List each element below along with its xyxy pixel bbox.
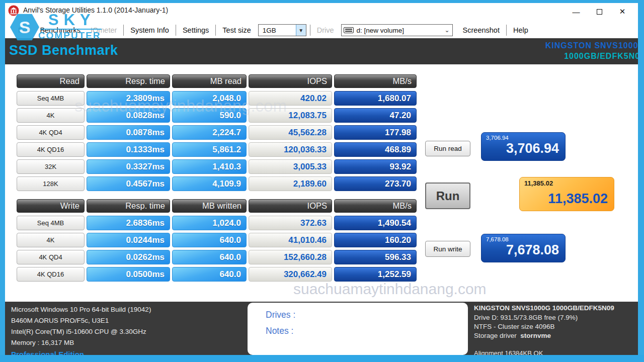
run-button[interactable]: Run bbox=[425, 183, 470, 209]
write-score-box: 7,678.08 7,678.08 bbox=[481, 234, 566, 262]
read-score-value: 3,706.94 bbox=[506, 141, 559, 156]
menu-settings[interactable]: Settings bbox=[178, 24, 214, 36]
window-border-bottom bbox=[0, 355, 644, 362]
table-row: 4K QD4 0.0262ms 640.0 152,660.28 596.33 bbox=[17, 250, 419, 264]
menu-benchmarks[interactable]: Benchmarks bbox=[35, 24, 86, 36]
mb-read-value: 4,109.9 bbox=[172, 176, 247, 191]
app-window: Anvil's Storage Utilities 1.1.0 (2014-Ja… bbox=[0, 0, 644, 362]
write-row-button[interactable]: Seq 4MB bbox=[17, 216, 85, 230]
resp-time-value: 0.0500ms bbox=[87, 267, 170, 282]
footer-device-title: KINGSTON SNVS1000G 1000GB/EDFK5N09 bbox=[474, 304, 614, 312]
notes-label: Notes : bbox=[266, 326, 293, 336]
drives-label: Drives : bbox=[266, 310, 295, 320]
menu-file[interactable]: File bbox=[13, 24, 35, 36]
mbs-value: 93.92 bbox=[334, 159, 417, 174]
footer-filesystem: NTFS - Cluster size 4096B bbox=[474, 323, 555, 330]
iops-value: 320,662.49 bbox=[249, 267, 332, 282]
watermark-url: suachuamaytinhdanang.com bbox=[293, 281, 487, 298]
read-row-button[interactable]: 4K QD4 bbox=[17, 125, 85, 140]
read-score-small: 3,706.94 bbox=[486, 135, 509, 141]
write-row-button[interactable]: 4K QD4 bbox=[17, 250, 85, 264]
chevron-down-icon[interactable]: ▼ bbox=[296, 25, 306, 36]
os-info: Microsoft Windows 10 Pro 64-bit Build (1… bbox=[11, 306, 151, 313]
mb-read-value: 5,861.2 bbox=[172, 142, 247, 157]
chevron-down-icon[interactable]: ⌄ bbox=[442, 25, 452, 36]
mb-written-value: 640.0 bbox=[172, 267, 247, 282]
test-size-value: 1GB bbox=[259, 25, 296, 36]
run-read-button[interactable]: Run read bbox=[425, 141, 470, 156]
write-header: Write bbox=[17, 199, 85, 213]
read-row-button[interactable]: 32K bbox=[17, 159, 85, 174]
menu-help[interactable]: Help bbox=[508, 24, 533, 36]
write-row-button[interactable]: 4K QD16 bbox=[17, 267, 85, 282]
window-border-top bbox=[0, 0, 644, 3]
table-row: 4K QD16 0.1333ms 5,861.2 120,036.33 468.… bbox=[17, 142, 419, 157]
resp-time-value: 0.0262ms bbox=[87, 250, 170, 264]
device-capacity-firmware: 1000GB/EDFK5N09 bbox=[545, 51, 644, 61]
menu-screenshot[interactable]: Screenshot bbox=[458, 24, 505, 36]
menu-system-info[interactable]: System Info bbox=[125, 24, 174, 36]
app-icon bbox=[8, 5, 19, 16]
resp-time-value: 0.0878ms bbox=[87, 125, 170, 140]
total-score-small: 11,385.02 bbox=[524, 179, 553, 187]
mb-written-value: 640.0 bbox=[172, 233, 247, 247]
resp-time-value: 2.6836ms bbox=[87, 216, 170, 230]
test-size-select[interactable]: 1GB ▼ bbox=[258, 24, 306, 36]
resp-time-value: 2.3809ms bbox=[87, 91, 170, 106]
total-score-value: 11,385.02 bbox=[548, 191, 608, 207]
resp-time-header: Resp. time bbox=[87, 199, 170, 213]
table-row: 4K QD4 0.0878ms 2,224.7 45,562.28 177.98 bbox=[17, 125, 419, 140]
notes-panel[interactable]: Drives : Notes : bbox=[248, 303, 468, 355]
read-row-button[interactable]: 128K bbox=[17, 176, 85, 191]
write-row-button[interactable]: 4K bbox=[17, 233, 85, 247]
mbs-value: 160.20 bbox=[334, 233, 417, 247]
resp-time-value: 0.0828ms bbox=[87, 108, 170, 123]
write-score-value: 7,678.08 bbox=[506, 242, 559, 258]
read-row-button[interactable]: 4K bbox=[17, 108, 85, 123]
read-row-button[interactable]: 4K QD16 bbox=[17, 142, 85, 157]
menu-separator bbox=[310, 25, 310, 36]
drive-value: d: [new volume] bbox=[357, 25, 442, 36]
close-icon: ✕ bbox=[619, 7, 626, 16]
drive-select[interactable]: d: [new volume] ⌄ bbox=[341, 24, 453, 36]
mbs-value: 1,252.59 bbox=[334, 267, 417, 282]
table-row: Seq 4MB 2.6836ms 1,024.0 372.63 1,490.54 bbox=[17, 216, 419, 230]
mbs-value: 177.98 bbox=[334, 125, 417, 140]
mbs-header: MB/s bbox=[334, 199, 417, 213]
mbs-value: 1,680.07 bbox=[334, 91, 417, 106]
device-model: KINGSTON SNVS1000G bbox=[545, 40, 644, 51]
iops-value: 41,010.46 bbox=[249, 233, 332, 247]
read-row-button[interactable]: Seq 4MB bbox=[17, 91, 85, 106]
minimize-button[interactable]: — bbox=[565, 3, 588, 20]
iops-value: 45,562.28 bbox=[249, 125, 332, 140]
iops-value: 120,036.33 bbox=[249, 142, 332, 157]
maximize-button[interactable] bbox=[588, 3, 611, 20]
table-row: 4K 0.0828ms 590.0 12,083.75 47.20 bbox=[17, 108, 419, 123]
test-size-label: Test size bbox=[217, 24, 256, 36]
menu-iometer[interactable]: IOmeter bbox=[86, 24, 122, 36]
mbs-value: 468.89 bbox=[334, 142, 417, 157]
mb-written-header: MB written bbox=[172, 199, 247, 213]
resp-time-header: Resp. time bbox=[87, 74, 170, 88]
resp-time-value: 0.4567ms bbox=[87, 176, 170, 191]
write-table-header: Write Resp. time MB written IOPS MB/s bbox=[17, 199, 419, 213]
motherboard-info: B460M AORUS PRO/F5c, U3E1 bbox=[11, 317, 109, 324]
close-button[interactable]: ✕ bbox=[611, 3, 634, 20]
memory-info: Memory : 16,317 MB bbox=[11, 339, 74, 346]
window-border-left bbox=[0, 0, 5, 362]
title-bar: Anvil's Storage Utilities 1.1.0 (2014-Ja… bbox=[5, 3, 638, 22]
window-border-right bbox=[638, 0, 644, 362]
mb-read-value: 1,410.3 bbox=[172, 159, 247, 174]
mb-written-value: 1,024.0 bbox=[172, 216, 247, 230]
mb-read-value: 2,048.0 bbox=[172, 91, 247, 106]
footer-drive-free: Drive D: 931.5/73.8GB free (7.9%) bbox=[474, 314, 578, 321]
iops-value: 420.02 bbox=[249, 91, 332, 106]
iops-value: 372.63 bbox=[249, 216, 332, 230]
menu-separator bbox=[176, 25, 176, 36]
mbs-value: 1,490.54 bbox=[334, 216, 417, 230]
mbs-value: 596.33 bbox=[334, 250, 417, 264]
cpu-info: Intel(R) Core(TM) i5-10600 CPU @ 3.30GHz bbox=[11, 328, 146, 335]
run-write-button[interactable]: Run write bbox=[425, 241, 470, 257]
menu-separator bbox=[506, 25, 507, 36]
mb-read-header: MB read bbox=[172, 74, 247, 88]
